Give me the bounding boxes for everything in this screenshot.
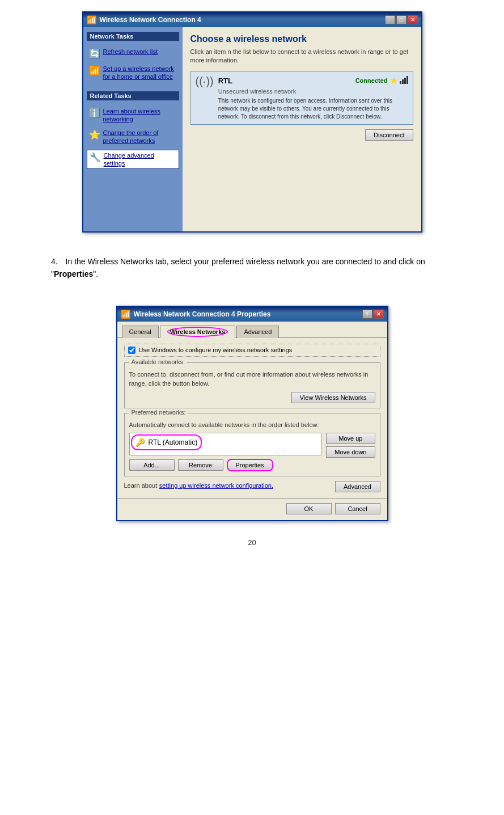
use-windows-checkbox[interactable]	[128, 347, 135, 354]
learn-text: Learn about	[124, 482, 158, 489]
preferred-networks-group: Preferred networks: Automatically connec…	[124, 413, 380, 477]
dialog2-body: Use Windows to configure my wireless net…	[117, 338, 387, 499]
advanced-icon: 🔧	[90, 152, 101, 163]
move-down-button[interactable]: Move down	[326, 446, 375, 458]
star-icon: ⭐	[89, 129, 100, 140]
sidebar-item-setup[interactable]: 📶 Set up a wireless network for a home o…	[87, 64, 179, 82]
preferred-networks-title: Preferred networks:	[129, 409, 188, 416]
preferred-list-wrap: 🔑 RTL (Automatic) Add... Remove Properti…	[129, 433, 322, 471]
preferred-bottom-buttons: Add... Remove Properties	[129, 459, 322, 471]
related-tasks-header: Related Tasks	[87, 91, 179, 100]
preferred-networks-text: Automatically connect to available netwo…	[129, 420, 375, 430]
status-star-icon: ★	[390, 76, 397, 85]
main-title: Choose a wireless network	[190, 34, 413, 44]
sidebar-item-order-label: Change the order of preferred networks	[103, 129, 177, 145]
page-number: 20	[23, 538, 481, 547]
ok-button[interactable]: OK	[286, 503, 332, 514]
step4-instruction: 4. In the Wireless Networks tab, select …	[34, 250, 470, 294]
learn-link[interactable]: setting up wireless network configuratio…	[159, 482, 273, 489]
properties-button[interactable]: Properties	[227, 459, 273, 471]
titlebar2-left: 📶 Wireless Network Connection 4 Properti…	[121, 310, 271, 319]
dialog2: 📶 Wireless Network Connection 4 Properti…	[116, 306, 388, 522]
dialog2-title: Wireless Network Connection 4 Properties	[134, 310, 271, 318]
cancel-button[interactable]: Cancel	[335, 503, 380, 514]
window-controls: _ □ ✕	[385, 15, 418, 24]
dialog1-content: Network Tasks 🔄 Refresh network list 📶 S…	[83, 27, 421, 231]
remove-button[interactable]: Remove	[178, 459, 223, 471]
network-desc: This network is configured for open acce…	[218, 97, 408, 121]
titlebar1: 📶 Wireless Network Connection 4 _ □ ✕	[83, 12, 421, 27]
wifi-waves-icon: ((·))	[196, 75, 214, 88]
sidebar-item-order[interactable]: ⭐ Change the order of preferred networks	[87, 128, 179, 146]
preferred-item-label: RTL (Automatic)	[149, 438, 198, 446]
refresh-icon: 🔄	[89, 48, 100, 59]
preferred-row: 🔑 RTL (Automatic) Add... Remove Properti…	[129, 433, 375, 471]
sidebar: Network Tasks 🔄 Refresh network list 📶 S…	[83, 27, 183, 231]
network-item-row: ((·)) RTL Connected ★	[196, 75, 408, 121]
network-tasks-header: Network Tasks	[87, 32, 179, 41]
add-button[interactable]: Add...	[129, 459, 175, 471]
tab-general[interactable]: General	[122, 326, 159, 338]
learn-section: Learn about setting up wireless network …	[124, 481, 274, 489]
main-desc: Click an item n the list below to connec…	[190, 48, 413, 65]
close-button2[interactable]: ✕	[374, 310, 384, 319]
learn-advanced-row: Learn about setting up wireless network …	[124, 481, 380, 492]
sidebar-item-refresh-label: Refresh network list	[103, 48, 158, 56]
network-icon: 📶	[87, 15, 96, 24]
close-button[interactable]: ✕	[408, 15, 418, 24]
maximize-button[interactable]: □	[396, 15, 406, 24]
window-controls2: ? ✕	[362, 310, 384, 319]
tab-wireless-networks[interactable]: Wireless Networks	[160, 326, 236, 338]
available-networks-text: To connect to, disconnect from, or find …	[129, 370, 375, 389]
disconnect-button[interactable]: Disconnect	[365, 129, 413, 141]
network-name: RTL	[218, 77, 232, 85]
minimize-button[interactable]: _	[385, 15, 395, 24]
available-networks-title: Available networks:	[129, 358, 188, 365]
network-item-rtl[interactable]: ((·)) RTL Connected ★	[190, 71, 413, 125]
move-buttons-col: Move up Move down	[326, 433, 375, 458]
properties-emphasis: Properties	[54, 269, 93, 278]
preferred-list: 🔑 RTL (Automatic)	[129, 433, 322, 455]
help-button[interactable]: ?	[362, 310, 372, 319]
signal-icon	[400, 75, 408, 87]
sidebar-item-advanced-label: Change advanced settings	[104, 151, 176, 168]
checkbox-row: Use Windows to configure my wireless net…	[124, 344, 380, 357]
available-networks-group: Available networks: To connect to, disco…	[124, 362, 380, 408]
sidebar-item-learn-label: Learn about wireless networking	[103, 107, 177, 124]
titlebar2: 📶 Wireless Network Connection 4 Properti…	[117, 307, 387, 322]
network-info: RTL Connected ★	[218, 75, 408, 121]
dialog2-bottom-bar: OK Cancel	[117, 498, 387, 520]
preferred-item-rtl[interactable]: 🔑 RTL (Automatic)	[131, 434, 202, 450]
step4-text: In the Wireless Networks tab, select you…	[51, 257, 425, 278]
checkbox-label: Use Windows to configure my wireless net…	[139, 347, 293, 353]
sidebar-item-refresh[interactable]: 🔄 Refresh network list	[87, 47, 179, 60]
wireless-networks-tab-label: Wireless Networks	[167, 327, 228, 337]
dialog1: 📶 Wireless Network Connection 4 _ □ ✕ Ne…	[82, 11, 422, 233]
network-icon2: 📶	[121, 310, 130, 319]
network-key-icon: 🔑	[135, 438, 145, 447]
titlebar1-left: 📶 Wireless Network Connection 4	[87, 15, 201, 24]
available-networks-footer: View Wireless Networks	[129, 392, 375, 403]
setup-icon: 📶	[89, 65, 100, 76]
dialog1-title: Wireless Network Connection 4	[100, 16, 201, 24]
tab-advanced[interactable]: Advanced	[236, 326, 279, 338]
main-panel: Choose a wireless network Click an item …	[183, 27, 421, 231]
view-wireless-button[interactable]: View Wireless Networks	[291, 392, 375, 403]
network-status: Connected ★	[355, 75, 408, 87]
info-icon: ℹ️	[89, 108, 100, 119]
sidebar-item-setup-label: Set up a wireless network for a home or …	[103, 65, 177, 81]
move-up-button[interactable]: Move up	[326, 433, 375, 444]
main-footer: Disconnect	[190, 129, 413, 141]
status-text: Connected	[355, 77, 388, 84]
network-header: RTL Connected ★	[218, 75, 408, 87]
advanced-button[interactable]: Advanced	[335, 481, 380, 492]
sidebar-item-learn[interactable]: ℹ️ Learn about wireless networking	[87, 106, 179, 125]
network-type: Unsecured wireless network	[218, 88, 408, 95]
step-number: 4.	[51, 257, 58, 266]
sidebar-item-advanced[interactable]: 🔧 Change advanced settings	[87, 150, 179, 170]
tab-bar: General Wireless Networks Advanced	[117, 322, 387, 338]
